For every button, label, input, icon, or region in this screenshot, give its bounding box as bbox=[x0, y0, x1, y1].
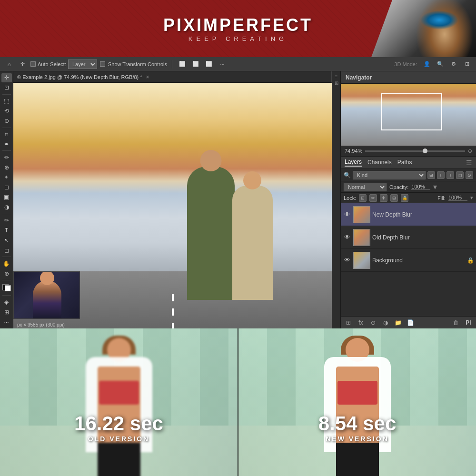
layer-visibility-background[interactable]: 👁 bbox=[343, 256, 351, 265]
navigator-preview bbox=[341, 84, 476, 146]
filter-kind-select[interactable]: Kind bbox=[353, 171, 426, 179]
woman-bottom-old bbox=[98, 443, 140, 476]
woman-top-new bbox=[337, 381, 377, 405]
group-layers-button[interactable]: 📁 bbox=[393, 318, 403, 327]
tab-channels[interactable]: Channels bbox=[367, 159, 392, 166]
layer-name-new-depth-blur: New Depth Blur bbox=[372, 211, 474, 218]
move-tool[interactable]: ✛ bbox=[1, 73, 12, 82]
layer-name-old-depth-blur: Old Depth Blur bbox=[372, 234, 474, 241]
video-thumbnail[interactable] bbox=[13, 271, 80, 319]
move-tool-button[interactable]: ✛ bbox=[17, 59, 28, 69]
auto-select-option: Auto-Select: Layer Group bbox=[30, 60, 97, 69]
add-mask-button[interactable]: ⊙ bbox=[368, 318, 378, 327]
layer-visibility-new-depth-blur[interactable]: 👁 bbox=[343, 210, 351, 219]
dodge-tool[interactable]: ◑ bbox=[1, 203, 12, 212]
layers-list: 👁 New Depth Blur 👁 Old Depth Blur bbox=[341, 203, 476, 316]
auto-select-checkbox[interactable] bbox=[30, 61, 36, 67]
layer-row-old-depth-blur[interactable]: 👁 Old Depth Blur bbox=[341, 226, 476, 249]
lock-image-button[interactable]: ✏ bbox=[369, 194, 377, 202]
auto-select-label: Auto-Select: bbox=[38, 61, 66, 67]
filter-smart-button[interactable]: ⊙ bbox=[466, 171, 473, 179]
filter-icon: 🔍 bbox=[344, 172, 351, 178]
layer-row-background[interactable]: 👁 Background 🔒 bbox=[341, 249, 476, 272]
filter-type-button[interactable]: T bbox=[446, 171, 454, 179]
layer-name-background: Background bbox=[372, 257, 465, 264]
home-button[interactable]: ⌂ bbox=[4, 59, 14, 69]
eraser-tool[interactable]: ◻ bbox=[1, 183, 12, 192]
account-button[interactable]: 👤 bbox=[422, 59, 432, 69]
canvas-area: © Example 2.jpg @ 74.9% (New Depth Blur,… bbox=[13, 71, 332, 328]
transform-controls-checkbox[interactable] bbox=[100, 61, 105, 67]
more-options-button[interactable]: ··· bbox=[217, 59, 228, 69]
tab-paths[interactable]: Paths bbox=[397, 159, 412, 166]
extra-tools[interactable]: ··· bbox=[1, 317, 12, 327]
quick-mask-tool[interactable]: ◈ bbox=[1, 298, 12, 307]
zoom-slider[interactable] bbox=[365, 150, 465, 152]
align-right-button[interactable]: ⬜ bbox=[204, 59, 214, 69]
video-thumb-inner bbox=[14, 272, 79, 318]
lock-transparent-button[interactable]: ⊡ bbox=[359, 194, 367, 202]
layer-info-new-depth-blur: New Depth Blur bbox=[372, 211, 474, 218]
fill-label: Fill: bbox=[437, 195, 446, 201]
banner-text: PIXIMPERFECT KEEP CREATING bbox=[163, 15, 313, 42]
lasso-tool[interactable]: ⟲ bbox=[1, 107, 12, 116]
navigator-viewport-box[interactable] bbox=[381, 93, 442, 130]
align-left-button[interactable]: ⬜ bbox=[177, 59, 188, 69]
compare-time-label-new: NEW VERSION bbox=[318, 435, 397, 443]
filter-shape-button[interactable]: ◻ bbox=[456, 171, 464, 179]
canvas-content[interactable]: px × 3585 px (300 ppi) bbox=[13, 83, 332, 328]
collapse-nav-button[interactable]: ≡ bbox=[335, 73, 338, 79]
lock-all-button[interactable]: 🔒 bbox=[401, 194, 408, 202]
layer-thumbnail-old-depth-blur bbox=[353, 229, 370, 246]
align-center-button[interactable]: ⬜ bbox=[190, 59, 201, 69]
link-layers-button[interactable]: ⊞ bbox=[344, 318, 353, 327]
filter-pixel-button[interactable]: ⊞ bbox=[427, 171, 435, 179]
zoom-tool[interactable]: ⊕ bbox=[1, 269, 12, 278]
fx-button[interactable]: fx bbox=[356, 318, 366, 327]
screen-mode-tool[interactable]: ⊞ bbox=[1, 307, 12, 317]
hand-tool[interactable]: ✋ bbox=[1, 259, 12, 268]
path-tool[interactable]: ↖ bbox=[1, 236, 12, 245]
opacity-input[interactable] bbox=[411, 184, 430, 190]
color-swatch[interactable] bbox=[2, 284, 11, 291]
eyedropper-tool[interactable]: ✒ bbox=[1, 139, 12, 149]
toggle-adjustments-button[interactable]: ⊞ bbox=[335, 80, 338, 86]
woman-top-old bbox=[99, 381, 139, 405]
workspace-button[interactable]: ⚙ bbox=[448, 59, 459, 69]
tool-separator-6 bbox=[2, 280, 11, 280]
lock-artboard-button[interactable]: ⊞ bbox=[390, 194, 398, 202]
gradient-tool[interactable]: ▣ bbox=[1, 193, 12, 202]
quick-select-tool[interactable]: ⊙ bbox=[1, 117, 12, 126]
layer-row-new-depth-blur[interactable]: 👁 New Depth Blur bbox=[341, 203, 476, 226]
canvas-tab-filename[interactable]: © Example 2.jpg @ 74.9% (New Depth Blur,… bbox=[17, 74, 142, 80]
marquee-tool[interactable]: ⬚ bbox=[1, 97, 12, 106]
figure-woman bbox=[232, 186, 273, 300]
blend-mode-select[interactable]: Normal Multiply Screen bbox=[344, 183, 387, 191]
shape-tool[interactable]: ◻ bbox=[1, 246, 12, 255]
tab-layers[interactable]: Layers bbox=[345, 159, 362, 167]
arrange-button[interactable]: ⊞ bbox=[462, 59, 472, 69]
crop-tool[interactable]: ⌗ bbox=[1, 129, 12, 139]
add-adjustment-button[interactable]: ◑ bbox=[381, 318, 390, 327]
search-button[interactable]: 🔍 bbox=[435, 59, 446, 69]
artboard-tool[interactable]: ⊡ bbox=[1, 83, 12, 92]
fill-input[interactable] bbox=[448, 195, 467, 201]
filter-adjustment-button[interactable]: T bbox=[437, 171, 445, 179]
layer-thumbnail-new-depth-blur bbox=[353, 206, 370, 223]
delete-layer-button[interactable]: 🗑 bbox=[451, 318, 461, 327]
new-layer-button[interactable]: 📄 bbox=[406, 318, 415, 327]
lock-position-button[interactable]: ✛ bbox=[380, 194, 387, 202]
layer-select[interactable]: Layer Group bbox=[68, 60, 97, 69]
ps-toolbar: ⌂ ✛ Auto-Select: Layer Group Show Transf… bbox=[0, 57, 476, 71]
3d-mode-label: 3D Mode: bbox=[394, 61, 417, 67]
close-tab-button[interactable]: × bbox=[146, 74, 149, 80]
healing-tool[interactable]: ⌖ bbox=[1, 173, 12, 182]
brush-tool[interactable]: ✏ bbox=[1, 153, 12, 162]
pen-tool[interactable]: ✑ bbox=[1, 216, 12, 225]
layers-panel-menu-button[interactable]: ☰ bbox=[466, 159, 472, 167]
clone-tool[interactable]: ⊕ bbox=[1, 163, 12, 172]
tool-separator-3 bbox=[2, 150, 11, 151]
background-color[interactable] bbox=[5, 285, 11, 291]
layer-visibility-old-depth-blur[interactable]: 👁 bbox=[343, 233, 351, 242]
type-tool[interactable]: T bbox=[1, 226, 12, 235]
